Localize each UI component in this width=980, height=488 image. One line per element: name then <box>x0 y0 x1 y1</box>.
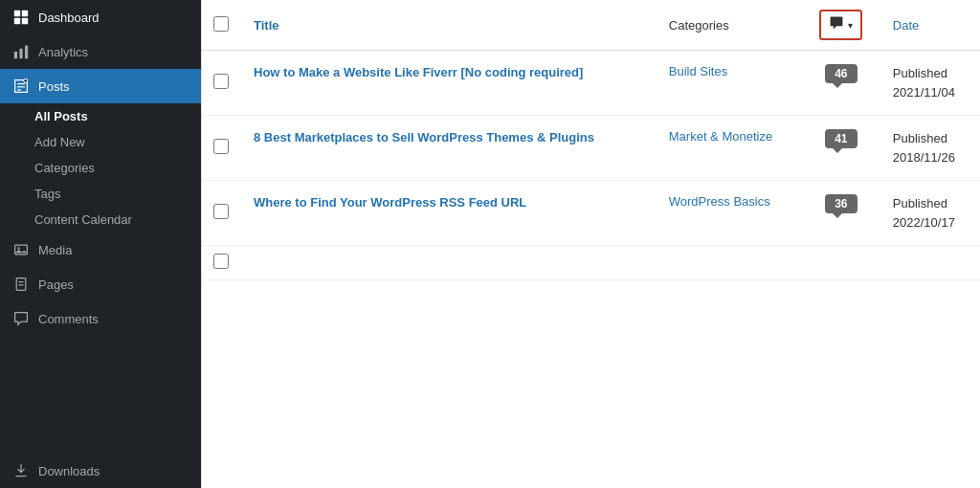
analytics-icon <box>11 42 31 61</box>
header-categories: Categories <box>656 0 803 51</box>
comment-count-cell: 41 <box>803 116 880 181</box>
post-category-cell: WordPress Basics <box>656 181 803 246</box>
select-all-checkbox[interactable] <box>213 16 229 32</box>
post-date-cell: Published 2022/10/17 <box>880 181 980 246</box>
sidebar-item-pages[interactable]: Pages <box>0 267 201 301</box>
posts-table: Title Categories ▾ <box>202 0 980 280</box>
svg-rect-5 <box>19 49 22 58</box>
post-status: Published <box>893 66 947 80</box>
submenu-add-new[interactable]: Add New <box>0 129 201 155</box>
media-icon <box>11 240 31 259</box>
post-status: Published <box>893 196 947 211</box>
svg-point-12 <box>17 247 19 249</box>
comment-header-icon <box>829 15 844 34</box>
sidebar: Dashboard Analytics Posts Al <box>0 0 201 488</box>
sidebar-item-posts[interactable]: Posts <box>0 69 201 103</box>
row-checkbox[interactable] <box>213 204 229 219</box>
svg-rect-2 <box>14 18 20 24</box>
svg-rect-0 <box>14 11 20 16</box>
sidebar-item-comments[interactable]: Comments <box>0 301 201 336</box>
sidebar-item-label: Analytics <box>38 45 88 59</box>
posts-table-wrapper: Title Categories ▾ <box>202 0 980 280</box>
comment-badge[interactable]: 36 <box>825 194 858 213</box>
sidebar-item-label: Comments <box>38 312 99 326</box>
submenu-categories[interactable]: Categories <box>0 155 201 181</box>
post-date: 2018/11/26 <box>893 150 955 165</box>
row-checkbox-cell <box>202 51 240 116</box>
table-row-empty <box>202 246 980 280</box>
table-row: Where to Find Your WordPress RSS Feed UR… <box>202 181 980 246</box>
post-date-cell: Published 2018/11/26 <box>880 116 980 181</box>
svg-rect-1 <box>22 11 28 16</box>
posts-icon <box>11 77 31 96</box>
row-checkbox[interactable] <box>213 139 229 154</box>
row-checkbox-cell <box>202 181 240 246</box>
comments-icon <box>11 309 31 328</box>
comment-count-cell: 46 <box>803 51 880 116</box>
sidebar-item-label: Dashboard <box>38 11 100 25</box>
submenu-content-calendar[interactable]: Content Calendar <box>0 207 201 233</box>
post-status: Published <box>893 131 947 145</box>
post-date: 2022/10/17 <box>893 215 955 230</box>
sidebar-item-downloads[interactable]: Downloads <box>0 454 201 488</box>
chevron-down-icon: ▾ <box>848 20 853 31</box>
post-title-cell: Where to Find Your WordPress RSS Feed UR… <box>240 181 656 246</box>
comment-sort-button[interactable]: ▾ <box>819 10 862 40</box>
post-category-cell: Build Sites <box>656 51 803 116</box>
post-title-cell: 8 Best Marketplaces to Sell WordPress Th… <box>240 116 656 181</box>
submenu-tags[interactable]: Tags <box>0 181 201 207</box>
header-title[interactable]: Title <box>240 0 656 51</box>
svg-rect-6 <box>25 46 28 59</box>
pages-icon <box>11 275 31 294</box>
posts-submenu: All Posts Add New Categories Tags Conten… <box>0 103 201 233</box>
table-row: 8 Best Marketplaces to Sell WordPress Th… <box>202 116 980 181</box>
downloads-icon <box>11 461 31 480</box>
comment-badge[interactable]: 46 <box>825 64 858 83</box>
sidebar-item-media[interactable]: Media <box>0 233 201 267</box>
content-area: Title Categories ▾ <box>201 0 980 488</box>
svg-rect-11 <box>15 245 28 255</box>
row-checkbox[interactable] <box>213 254 229 269</box>
post-title-link[interactable]: Where to Find Your WordPress RSS Feed UR… <box>254 195 526 210</box>
category-link[interactable]: WordPress Basics <box>669 194 770 209</box>
sidebar-item-analytics[interactable]: Analytics <box>0 34 201 69</box>
svg-rect-13 <box>16 278 26 291</box>
header-comments[interactable]: ▾ <box>803 0 880 51</box>
post-date: 2021/11/04 <box>893 85 955 100</box>
sidebar-item-label: Posts <box>38 79 70 94</box>
post-title-link[interactable]: How to Make a Website Like Fiverr [No co… <box>254 65 583 79</box>
comment-count-cell: 36 <box>803 181 880 246</box>
submenu-all-posts[interactable]: All Posts <box>0 103 201 129</box>
post-date-cell: Published 2021/11/04 <box>880 51 980 116</box>
main-content: Title Categories ▾ <box>201 0 980 488</box>
category-link[interactable]: Build Sites <box>669 64 727 78</box>
comment-badge[interactable]: 41 <box>825 129 858 148</box>
header-date[interactable]: Date <box>880 0 980 51</box>
sidebar-item-dashboard[interactable]: Dashboard <box>0 0 201 34</box>
sidebar-item-label: Pages <box>38 277 74 292</box>
row-checkbox-cell <box>202 116 240 181</box>
table-row: How to Make a Website Like Fiverr [No co… <box>202 51 980 116</box>
post-title-link[interactable]: 8 Best Marketplaces to Sell WordPress Th… <box>254 130 594 144</box>
table-header-row: Title Categories ▾ <box>202 0 980 51</box>
row-checkbox[interactable] <box>213 74 229 89</box>
svg-rect-3 <box>22 18 28 24</box>
post-category-cell: Market & Monetize <box>656 116 803 181</box>
sidebar-item-label: Downloads <box>38 464 100 478</box>
category-link[interactable]: Market & Monetize <box>669 129 772 144</box>
post-title-cell: How to Make a Website Like Fiverr [No co… <box>240 51 656 116</box>
dashboard-icon <box>11 8 31 27</box>
sidebar-item-label: Media <box>38 243 72 257</box>
svg-rect-4 <box>14 52 17 58</box>
header-checkbox-cell <box>202 0 240 51</box>
